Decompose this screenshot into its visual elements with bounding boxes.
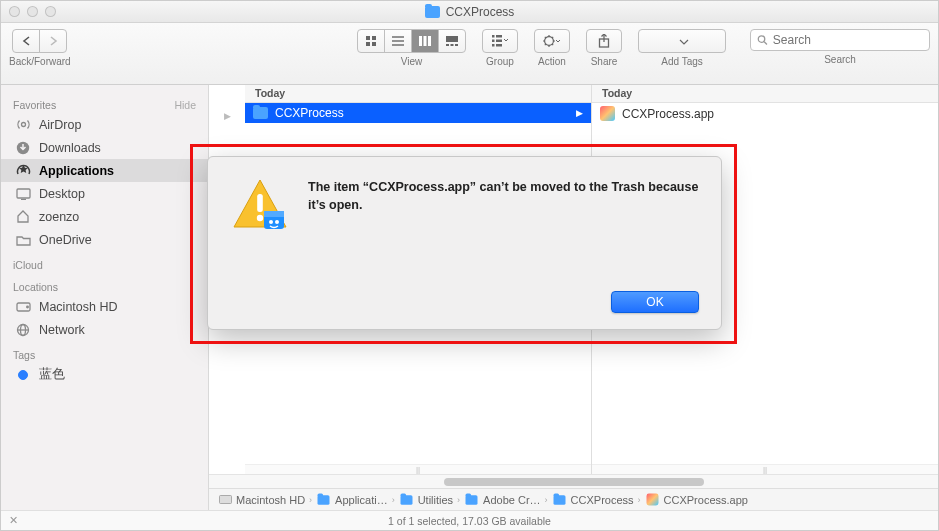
path-seg-applications[interactable]: Applicati… (316, 494, 388, 506)
titlebar: CCXProcess (1, 1, 938, 23)
column-header: Today (245, 85, 591, 103)
home-icon (15, 210, 31, 223)
applications-icon (15, 163, 31, 178)
svg-point-44 (257, 215, 263, 221)
column-item-ccxprocess[interactable]: CCXProcess ▶ (245, 103, 591, 123)
sidebar-item-downloads[interactable]: Downloads (1, 136, 208, 159)
sidebar: Favorites Hide AirDrop Downloads Applica… (1, 85, 209, 510)
svg-rect-8 (424, 36, 427, 46)
svg-rect-7 (419, 36, 422, 46)
path-seg-adobe[interactable]: Adobe Cr… (464, 494, 540, 506)
chevron-right-icon: ▶ (576, 108, 583, 118)
path-seg-ccxprocess[interactable]: CCXProcess (552, 494, 634, 506)
column-resize-handle[interactable]: || (245, 464, 591, 474)
sidebar-item-label: Network (39, 323, 85, 337)
svg-rect-18 (496, 40, 502, 43)
sidebar-item-home[interactable]: zoenzo (1, 205, 208, 228)
action-button[interactable] (534, 29, 570, 53)
sidebar-item-desktop[interactable]: Desktop (1, 182, 208, 205)
svg-point-31 (758, 36, 765, 43)
share-label: Share (591, 56, 618, 67)
ok-button[interactable]: OK (611, 291, 699, 313)
tag-dot-icon (15, 370, 31, 380)
zoom-window-button[interactable] (45, 6, 56, 17)
view-gallery-button[interactable] (438, 29, 466, 53)
add-tags-label: Add Tags (661, 56, 703, 67)
group-label: Group (486, 56, 514, 67)
sidebar-item-onedrive[interactable]: OneDrive (1, 228, 208, 251)
group-button[interactable] (482, 29, 518, 53)
path-seg-hd[interactable]: Macintosh HD (219, 494, 305, 506)
sidebar-item-airdrop[interactable]: AirDrop (1, 113, 208, 136)
close-window-button[interactable] (9, 6, 20, 17)
sidebar-item-applications[interactable]: Applications (1, 159, 208, 182)
column-resize-handle[interactable]: || (592, 464, 938, 474)
view-list-button[interactable] (384, 29, 412, 53)
add-tags-button[interactable] (638, 29, 726, 53)
favorites-header: Favorites (13, 99, 56, 111)
sidebar-item-label: Desktop (39, 187, 85, 201)
svg-rect-12 (451, 44, 454, 46)
svg-rect-16 (492, 44, 495, 47)
file-name: CCXProcess (275, 106, 344, 120)
icloud-header: iCloud (13, 259, 43, 271)
view-icons-button[interactable] (357, 29, 385, 53)
view-label: View (401, 56, 423, 67)
sidebar-item-label: Downloads (39, 141, 101, 155)
svg-rect-35 (17, 189, 30, 198)
sidebar-item-label: Applications (39, 164, 114, 178)
alert-dialog: The item “CCXProcess.app” can’t be moved… (207, 156, 722, 330)
svg-rect-10 (446, 36, 458, 42)
svg-rect-46 (264, 211, 284, 217)
status-bar: ✕ 1 of 1 selected, 17.03 GB available (1, 510, 938, 530)
tags-header: Tags (13, 349, 35, 361)
column-header: Today (592, 85, 938, 103)
toolbar: Back/Forward View (1, 23, 938, 85)
sidebar-item-label: 蓝色 (39, 366, 65, 383)
horizontal-scrollbar[interactable] (209, 474, 938, 488)
search-input[interactable] (773, 33, 923, 47)
forward-button[interactable] (39, 29, 67, 53)
back-button[interactable] (12, 29, 40, 53)
svg-rect-9 (428, 36, 431, 46)
svg-rect-15 (492, 40, 495, 43)
downloads-icon (15, 141, 31, 155)
svg-rect-19 (496, 44, 502, 47)
folder-icon (253, 107, 268, 119)
view-columns-button[interactable] (411, 29, 439, 53)
sidebar-item-network[interactable]: Network (1, 318, 208, 341)
sidebar-item-label: Macintosh HD (39, 300, 118, 314)
path-seg-utilities[interactable]: Utilities (399, 494, 453, 506)
close-icon[interactable]: ✕ (9, 514, 18, 527)
path-bar: Macintosh HD› Applicati…› Utilities› Ado… (209, 488, 938, 510)
svg-rect-2 (366, 42, 370, 46)
dialog-message: The item “CCXProcess.app” can’t be moved… (308, 177, 699, 233)
svg-point-47 (269, 220, 273, 224)
svg-rect-14 (492, 35, 495, 38)
share-button[interactable] (586, 29, 622, 53)
expand-arrow-icon[interactable]: ▶ (224, 111, 231, 121)
traffic-lights (9, 6, 56, 17)
app-icon (600, 106, 615, 121)
column-item-ccxprocess-app[interactable]: CCXProcess.app (592, 103, 938, 124)
svg-rect-1 (372, 36, 376, 40)
search-label: Search (824, 54, 856, 65)
network-icon (15, 323, 31, 337)
svg-point-38 (26, 306, 28, 308)
warning-icon (230, 177, 290, 233)
locations-header: Locations (13, 281, 58, 293)
hide-favorites-button[interactable]: Hide (174, 99, 196, 111)
path-seg-app[interactable]: CCXProcess.app (645, 492, 748, 507)
svg-rect-3 (372, 42, 376, 46)
svg-rect-0 (366, 36, 370, 40)
minimize-window-button[interactable] (27, 6, 38, 17)
file-name: CCXProcess.app (622, 107, 714, 121)
desktop-icon (15, 188, 31, 200)
back-forward-label: Back/Forward (9, 56, 71, 67)
svg-point-48 (275, 220, 279, 224)
sidebar-tag-blue[interactable]: 蓝色 (1, 363, 208, 386)
svg-rect-43 (257, 194, 263, 212)
folder-icon (15, 234, 31, 246)
search-field[interactable] (750, 29, 930, 51)
sidebar-item-macintosh-hd[interactable]: Macintosh HD (1, 295, 208, 318)
